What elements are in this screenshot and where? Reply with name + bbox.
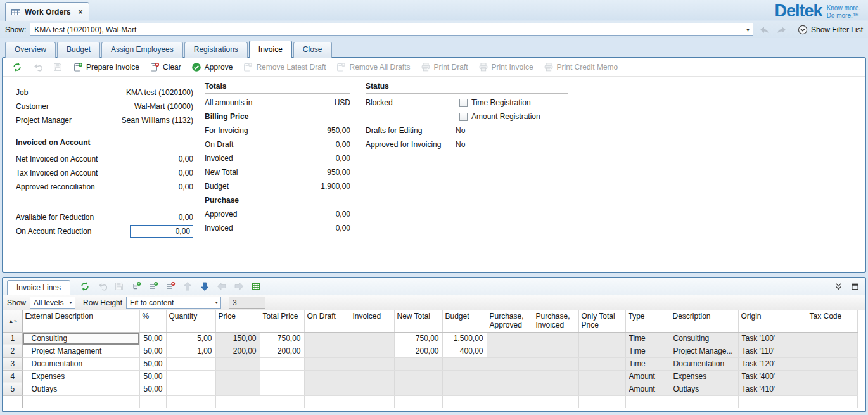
cell-only-total-price[interactable] [578, 332, 625, 345]
cell-on-draft[interactable] [304, 357, 350, 370]
collapse-panel-icon[interactable] [833, 281, 843, 291]
row-number[interactable]: 3 [3, 357, 22, 370]
cell-purchase-approved[interactable] [487, 332, 533, 345]
cell-price[interactable]: 150,00 [215, 332, 260, 345]
cell-on-draft[interactable] [304, 383, 350, 395]
show-filter-list-button[interactable]: Show Filter List [798, 25, 863, 35]
cell-new-total[interactable]: 200,00 [394, 345, 442, 357]
column-header-invoiced[interactable]: Invoiced [350, 310, 394, 332]
cell-description[interactable]: Project Manage... [670, 345, 738, 357]
cell-description[interactable]: Consulting [670, 332, 738, 345]
cell-price[interactable] [215, 370, 260, 383]
column-header-total-price[interactable]: Total Price [260, 310, 304, 332]
cell-type[interactable]: Amount [625, 370, 670, 383]
cell-quantity[interactable]: 5,00 [166, 332, 215, 345]
column-header-external-description[interactable]: External Description [22, 310, 139, 332]
cell-on-draft[interactable] [304, 345, 350, 357]
cell-budget[interactable]: 400,00 [442, 345, 487, 357]
cell-[interactable]: 50,00 [139, 383, 166, 395]
prepare-invoice-button[interactable]: Prepare Invoice [69, 61, 143, 73]
tab-overview[interactable]: Overview [5, 42, 56, 58]
cell-external-description[interactable]: Documentation [22, 357, 139, 370]
cell-purchase-approved[interactable] [487, 345, 533, 357]
tab-close[interactable]: Close [293, 42, 332, 58]
cell-on-draft[interactable] [304, 332, 350, 345]
cell-quantity[interactable] [166, 357, 215, 370]
refresh-button[interactable] [79, 281, 91, 292]
remove-all-drafts-button[interactable]: Remove All Drafts [332, 61, 414, 73]
on-account-reduction-input[interactable] [130, 225, 193, 238]
cell-new-total[interactable]: 750,00 [394, 332, 442, 345]
column-header-purchase-approved[interactable]: Purchase, Approved [487, 310, 533, 332]
cell-new-total[interactable] [394, 357, 442, 370]
cell-purchase-approved[interactable] [487, 357, 533, 370]
cell-purchase-invoiced[interactable] [533, 370, 578, 383]
cell-description[interactable]: Documentation [670, 357, 738, 370]
cell-[interactable]: 50,00 [139, 345, 166, 357]
cell-[interactable]: 50,00 [139, 357, 166, 370]
cell-only-total-price[interactable] [578, 345, 625, 357]
show-combobox[interactable]: KMA test (1020100), Wal-Mart ▼ [30, 23, 753, 36]
clear-button[interactable]: Clear [146, 61, 185, 73]
line-add-sub-button[interactable] [131, 281, 142, 292]
cell-invoiced[interactable] [350, 345, 394, 357]
column-header-price[interactable]: Price [215, 310, 260, 332]
cell-price[interactable] [215, 383, 260, 395]
cell-purchase-invoiced[interactable] [533, 357, 578, 370]
cell-[interactable]: 50,00 [139, 332, 166, 345]
cell-tax-code[interactable] [807, 383, 857, 395]
cell-description[interactable]: Expenses [670, 370, 738, 383]
column-header-only-total-price[interactable]: Only Total Price [578, 310, 625, 332]
column-header-new-total[interactable]: New Total [394, 310, 442, 332]
cell-price[interactable]: 200,00 [215, 345, 260, 357]
cell-budget[interactable] [442, 357, 487, 370]
row-number[interactable]: 2 [3, 345, 22, 357]
arrow-left-button[interactable] [216, 281, 227, 292]
navigate-forward-icon[interactable] [775, 24, 789, 35]
grid-button[interactable] [250, 281, 262, 292]
cell-description[interactable]: Outlays [670, 383, 738, 395]
cell-origin[interactable]: Task '100' [738, 332, 807, 345]
row-height-number-input[interactable] [229, 297, 265, 309]
cell-[interactable]: 50,00 [139, 370, 166, 383]
show-levels-dropdown[interactable]: All levels ▼ [30, 297, 75, 309]
undo-button[interactable] [96, 281, 108, 292]
row-number[interactable]: 5 [3, 383, 22, 395]
cell-total-price[interactable]: 200,00 [260, 345, 304, 357]
cell-purchase-invoiced[interactable] [533, 383, 578, 395]
grid-corner-sort-button[interactable]: ▲» [3, 310, 22, 332]
undo-button[interactable] [29, 61, 46, 73]
cell-external-description[interactable]: Project Management [22, 345, 139, 357]
tab-invoice[interactable]: Invoice [249, 41, 292, 58]
line-del-button[interactable] [165, 281, 176, 292]
tab-registrations[interactable]: Registrations [184, 42, 248, 58]
cell-price[interactable] [215, 357, 260, 370]
remove-latest-draft-button[interactable]: Remove Latest Draft [239, 61, 329, 73]
column-header-budget[interactable]: Budget [442, 310, 487, 332]
cell-quantity[interactable] [166, 383, 215, 395]
save-button[interactable] [113, 281, 125, 292]
cell-total-price[interactable] [260, 383, 304, 395]
print-invoice-button[interactable]: Print Invoice [475, 61, 537, 73]
save-button[interactable] [49, 61, 67, 73]
navigate-back-icon[interactable] [757, 24, 771, 35]
invoice-lines-tab[interactable]: Invoice Lines [7, 280, 70, 295]
column-header-tax-code[interactable]: Tax Code [807, 310, 857, 332]
column-header-quantity[interactable]: Quantity [166, 310, 215, 332]
row-number[interactable]: 1 [3, 332, 22, 345]
cell-total-price[interactable] [260, 370, 304, 383]
cell-origin[interactable]: Task '120' [738, 357, 807, 370]
print-credit-memo-button[interactable]: Print Credit Memo [540, 61, 622, 73]
column-header-origin[interactable]: Origin [738, 310, 807, 332]
tab-budget[interactable]: Budget [57, 42, 100, 58]
cell-type[interactable]: Time [625, 332, 670, 345]
tab-assign-employees[interactable]: Assign Employees [101, 42, 183, 58]
row-height-dropdown[interactable]: Fit to content ▼ [126, 297, 221, 309]
arrow-down-button[interactable] [199, 281, 210, 292]
cell-only-total-price[interactable] [578, 370, 625, 383]
cell-only-total-price[interactable] [578, 383, 625, 395]
cell-external-description[interactable]: Consulting [22, 332, 139, 345]
cell-tax-code[interactable] [807, 332, 857, 345]
cell-external-description[interactable]: Expenses [22, 370, 139, 383]
cell-type[interactable]: Amount [625, 383, 670, 395]
